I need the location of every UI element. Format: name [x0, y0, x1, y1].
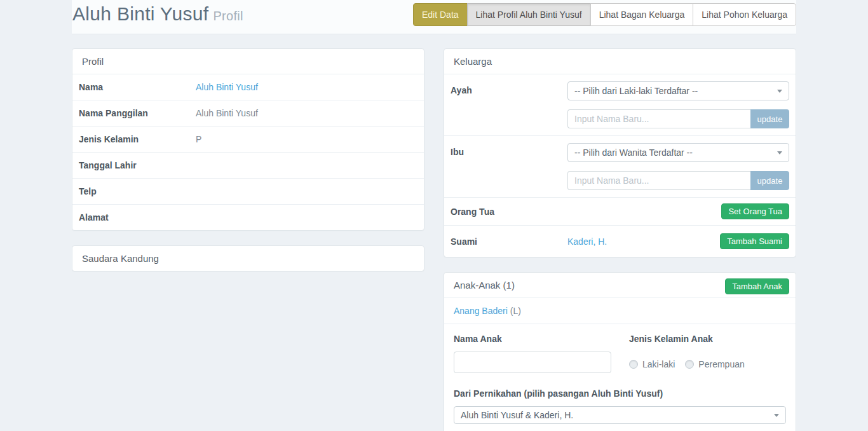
row-label: Jenis Kelamin	[79, 134, 196, 144]
radio-unchecked-icon[interactable]	[685, 360, 694, 369]
pernikahan-select[interactable]: Aluh Binti Yusuf & Kaderi, H.	[454, 406, 786, 424]
keluarga-panel: Keluarga Ayah -- Pilih dari Laki-laki Te…	[444, 48, 796, 257]
radio-laki-laki[interactable]: Laki-laki	[629, 359, 675, 369]
anak-anak-panel-heading: Anak-Anak (1) Tambah Anak	[444, 273, 796, 298]
child-name-link[interactable]: Anang Baderi	[454, 306, 508, 316]
table-row: Nama Panggilan Aluh Binti Yusuf	[72, 100, 424, 126]
child-gender-suffix: (L)	[510, 306, 521, 316]
lihat-bagan-keluarga-button[interactable]: Lihat Bagan Keluarga	[590, 3, 694, 26]
orang-tua-label: Orang Tua	[451, 207, 567, 217]
person-name-title: Aluh Binti Yusuf	[72, 3, 208, 24]
radio-perempuan-label: Perempuan	[698, 359, 744, 369]
ayah-update-button[interactable]: update	[750, 109, 789, 128]
anak-anak-panel-title: Anak-Anak (1)	[454, 280, 515, 291]
saudara-kandung-panel: Saudara Kandung	[72, 245, 424, 271]
row-value: Aluh Binti Yusuf	[196, 108, 258, 118]
ayah-select-value: -- Pilih dari Laki-laki Terdaftar --	[574, 86, 698, 96]
nama-value-link[interactable]: Aluh Binti Yusuf	[196, 82, 258, 92]
table-row: Nama Aluh Binti Yusuf	[72, 74, 424, 100]
page-container: Aluh Binti YusufProfil Edit Data Lihat P…	[72, 0, 796, 431]
row-label: Nama	[79, 82, 196, 92]
suami-row: Suami Kaderi, H. Tambah Suami	[444, 225, 796, 257]
suami-label: Suami	[451, 236, 567, 247]
anak-anak-panel: Anak-Anak (1) Tambah Anak Anang Baderi(L…	[444, 272, 796, 431]
tambah-suami-button[interactable]: Tambah Suami	[720, 233, 789, 249]
page-subtitle: Profil	[213, 9, 243, 23]
jenis-kelamin-anak-label: Jenis Kelamin Anak	[629, 334, 755, 344]
profil-panel: Profil Nama Aluh Binti Yusuf Nama Panggi…	[72, 48, 424, 231]
add-child-form: Nama Anak Jenis Kelamin Anak Laki-laki	[444, 324, 796, 431]
lihat-pohon-keluarga-button[interactable]: Lihat Pohon Keluarga	[693, 3, 796, 26]
ibu-update-button[interactable]: update	[750, 171, 789, 190]
edit-data-button[interactable]: Edit Data	[413, 3, 468, 26]
ayah-row: Ayah -- Pilih dari Laki-laki Terdaftar -…	[444, 74, 796, 135]
row-label: Telp	[79, 186, 196, 196]
ibu-input-group: update	[567, 171, 789, 190]
radio-unchecked-icon[interactable]	[629, 360, 638, 369]
row-label: Tanggal Lahir	[79, 160, 196, 170]
orang-tua-row: Orang Tua Set Orang Tua	[444, 197, 796, 225]
pernikahan-select-value: Aluh Binti Yusuf & Kaderi, H.	[461, 410, 573, 420]
chevron-down-icon	[774, 414, 779, 417]
row-label: Nama Panggilan	[79, 108, 196, 118]
nama-anak-label: Nama Anak	[454, 334, 611, 344]
ibu-select-value: -- Pilih dari Wanita Terdaftar --	[574, 147, 693, 158]
set-orang-tua-button[interactable]: Set Orang Tua	[721, 203, 789, 219]
table-row: Tanggal Lahir	[72, 152, 424, 178]
row-label: Alamat	[79, 212, 196, 222]
right-column: Keluarga Ayah -- Pilih dari Laki-laki Te…	[444, 48, 796, 431]
nama-anak-input[interactable]	[454, 352, 611, 373]
ayah-input-group: update	[567, 109, 789, 128]
left-column: Profil Nama Aluh Binti Yusuf Nama Panggi…	[72, 48, 424, 431]
table-row: Alamat	[72, 204, 424, 230]
page-title: Aluh Binti YusufProfil	[72, 3, 243, 25]
ibu-label: Ibu	[451, 143, 567, 190]
suami-name-link[interactable]: Kaderi, H.	[567, 236, 607, 247]
dari-pernikahan-label: Dari Pernikahan (pilih pasangan Aluh Bin…	[454, 388, 786, 399]
chevron-down-icon	[777, 151, 782, 154]
keluarga-panel-title: Keluarga	[444, 49, 796, 74]
page-header: Aluh Binti YusufProfil Edit Data Lihat P…	[72, 0, 796, 34]
ayah-label: Ayah	[451, 81, 567, 128]
lihat-profil-button[interactable]: Lihat Profil Aluh Binti Yusuf	[467, 3, 591, 26]
tambah-anak-header-button[interactable]: Tambah Anak	[725, 278, 789, 294]
ibu-select[interactable]: -- Pilih dari Wanita Terdaftar --	[567, 143, 789, 162]
ibu-new-name-input[interactable]	[567, 171, 750, 190]
header-nav-button-group: Edit Data Lihat Profil Aluh Binti Yusuf …	[413, 3, 796, 26]
ayah-new-name-input[interactable]	[567, 109, 750, 128]
saudara-kandung-panel-title: Saudara Kandung	[72, 246, 424, 271]
row-value: P	[196, 134, 201, 144]
chevron-down-icon	[777, 90, 782, 93]
radio-laki-laki-label: Laki-laki	[642, 359, 675, 369]
ibu-row: Ibu -- Pilih dari Wanita Terdaftar -- up…	[444, 135, 796, 197]
ayah-select[interactable]: -- Pilih dari Laki-laki Terdaftar --	[567, 81, 789, 100]
table-row: Telp	[72, 178, 424, 204]
list-item: Anang Baderi(L)	[444, 298, 796, 324]
radio-perempuan[interactable]: Perempuan	[685, 359, 744, 369]
profil-panel-title: Profil	[72, 49, 424, 74]
table-row: Jenis Kelamin P	[72, 126, 424, 152]
